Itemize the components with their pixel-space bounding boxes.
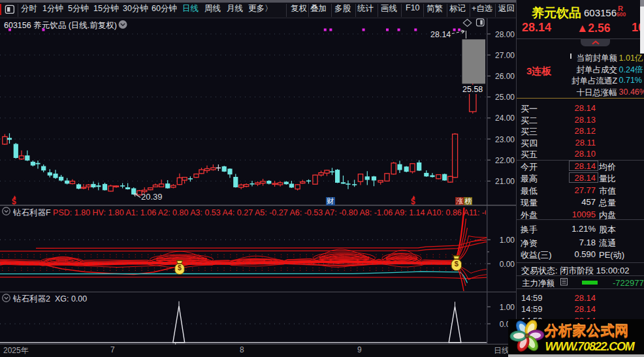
svg-text:$: $ xyxy=(455,260,459,268)
svg-text:$: $ xyxy=(178,264,182,272)
